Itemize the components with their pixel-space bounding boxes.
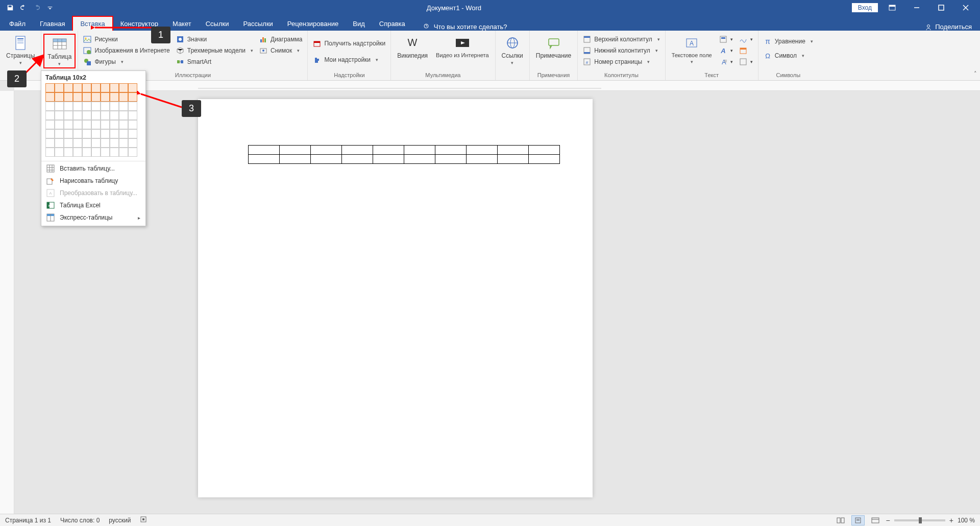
excel-table-menuitem[interactable]: x Таблица Excel (41, 199, 145, 211)
table-grid-cell[interactable] (45, 102, 55, 111)
table-grid-cell[interactable] (110, 138, 119, 148)
macro-icon[interactable] (140, 516, 147, 524)
collapse-ribbon-button[interactable]: ˄ (974, 70, 977, 77)
read-mode-button[interactable] (834, 515, 847, 525)
signature-button[interactable]: ▾ (737, 34, 755, 45)
table-grid-cell[interactable] (82, 83, 91, 92)
chart-button[interactable]: Диаграмма (257, 34, 304, 45)
table-grid-cell[interactable] (45, 111, 55, 120)
tab-mailings[interactable]: Рассылки (236, 17, 280, 31)
table-grid-cell[interactable] (91, 120, 101, 129)
table-grid-cell[interactable] (110, 148, 119, 157)
table-grid-cell[interactable] (91, 111, 101, 120)
table-grid-cell[interactable] (73, 138, 82, 148)
table-grid-cell[interactable] (91, 92, 101, 102)
table-grid-cell[interactable] (91, 129, 101, 138)
wikipedia-button[interactable]: W Википедия (394, 34, 431, 60)
minimize-button[interactable] (906, 0, 927, 15)
quick-parts-button[interactable]: ▾ (717, 34, 735, 45)
table-grid-cell[interactable] (110, 111, 119, 120)
table-grid-cell[interactable] (101, 111, 110, 120)
smartart-button[interactable]: SmartArt (174, 56, 255, 67)
table-grid-cell[interactable] (82, 111, 91, 120)
table-grid-cell[interactable] (45, 92, 55, 102)
table-grid-cell[interactable] (55, 111, 64, 120)
tab-insert[interactable]: Вставка (72, 16, 113, 31)
table-grid-cell[interactable] (45, 148, 55, 157)
table-grid-cell[interactable] (64, 92, 73, 102)
table-grid-cell[interactable] (82, 92, 91, 102)
qat-customize-button[interactable] (44, 2, 56, 14)
ribbon-display-button[interactable] (882, 0, 902, 15)
table-grid-cell[interactable] (73, 148, 82, 157)
table-grid-cell[interactable] (91, 148, 101, 157)
table-grid-cell[interactable] (110, 83, 119, 92)
symbol-button[interactable]: ΩСимвол (762, 50, 815, 61)
table-grid-cell[interactable] (119, 148, 128, 157)
page-number-button[interactable]: #Номер страницы (581, 56, 662, 67)
tab-help[interactable]: Справка (372, 17, 412, 31)
document-table[interactable] (248, 145, 560, 164)
table-grid-cell[interactable] (128, 120, 137, 129)
table-grid-cell[interactable] (101, 129, 110, 138)
table-grid-cell[interactable] (119, 83, 128, 92)
links-button[interactable]: Ссылки ▾ (499, 34, 526, 66)
tab-view[interactable]: Вид (346, 17, 372, 31)
document-page[interactable] (198, 99, 593, 497)
3d-models-button[interactable]: Трехмерные модели (174, 45, 255, 56)
table-grid-cell[interactable] (45, 138, 55, 148)
table-grid-cell[interactable] (91, 138, 101, 148)
table-grid-cell[interactable] (119, 120, 128, 129)
table-grid-cell[interactable] (73, 83, 82, 92)
table-grid-cell[interactable] (64, 148, 73, 157)
close-button[interactable] (955, 0, 976, 15)
shapes-button[interactable]: Фигуры (81, 56, 172, 67)
table-grid-cell[interactable] (128, 111, 137, 120)
table-grid-cell[interactable] (101, 92, 110, 102)
table-grid-cell[interactable] (110, 102, 119, 111)
redo-button[interactable] (31, 2, 43, 14)
table-grid-cell[interactable] (82, 120, 91, 129)
table-grid-cell[interactable] (82, 129, 91, 138)
textbox-button[interactable]: A Текстовое поле ▾ (669, 34, 715, 65)
footer-button[interactable]: Нижний колонтитул (581, 45, 662, 56)
save-button[interactable] (4, 2, 16, 14)
wordart-button[interactable]: A▾ (717, 45, 735, 56)
table-grid-cell[interactable] (55, 138, 64, 148)
tab-references[interactable]: Ссылки (199, 17, 236, 31)
table-grid-cell[interactable] (73, 92, 82, 102)
table-grid-cell[interactable] (64, 120, 73, 129)
get-addins-button[interactable]: Получить надстройки (311, 38, 387, 49)
table-grid-cell[interactable] (128, 129, 137, 138)
equation-button[interactable]: πУравнение (762, 36, 815, 47)
table-grid-cell[interactable] (64, 102, 73, 111)
table-grid-cell[interactable] (91, 102, 101, 111)
table-grid-cell[interactable] (64, 138, 73, 148)
quick-tables-menuitem[interactable]: Экспресс-таблицы ▸ (41, 211, 145, 224)
object-button[interactable]: ▾ (737, 56, 755, 67)
table-grid-cell[interactable] (45, 83, 55, 92)
web-layout-button[interactable] (869, 515, 882, 525)
print-layout-button[interactable] (851, 515, 865, 525)
pages-button[interactable]: Страницы ▾ (3, 34, 38, 66)
table-grid-cell[interactable] (45, 129, 55, 138)
login-button[interactable]: Вход (852, 3, 878, 12)
table-grid-cell[interactable] (45, 120, 55, 129)
draw-table-menuitem[interactable]: Нарисовать таблицу (41, 175, 145, 187)
table-grid-cell[interactable] (101, 102, 110, 111)
page-status[interactable]: Страница 1 из 1 (5, 517, 51, 524)
table-grid-cell[interactable] (73, 129, 82, 138)
horizontal-ruler[interactable] (14, 81, 980, 91)
table-grid-cell[interactable] (101, 148, 110, 157)
table-grid-cell[interactable] (82, 148, 91, 157)
table-grid-cell[interactable] (64, 111, 73, 120)
zoom-level[interactable]: 100 % (958, 517, 975, 524)
online-pictures-button[interactable]: Изображения в Интернете (81, 45, 172, 56)
my-addins-button[interactable]: Мои надстройки (311, 54, 387, 65)
table-grid-cell[interactable] (73, 120, 82, 129)
table-size-grid[interactable] (41, 83, 145, 160)
comment-button[interactable]: Примечание (533, 34, 574, 60)
table-grid-cell[interactable] (119, 138, 128, 148)
language-status[interactable]: русский (109, 517, 131, 524)
table-grid-cell[interactable] (55, 102, 64, 111)
